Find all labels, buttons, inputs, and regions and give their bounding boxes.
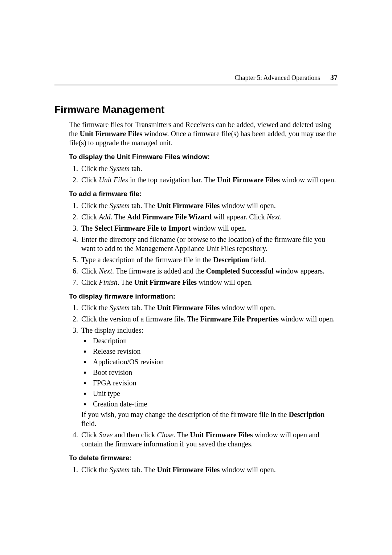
list-item: Click Add. The Add Firmware File Wizard … [80,212,338,222]
bold: Unit Firmware Files [134,278,197,286]
text: . The [117,278,134,286]
subhead-display-info: To display firmware information: [69,292,338,301]
text: window will open. [191,224,246,232]
text: tab. [130,165,142,173]
italic: Close [157,431,173,439]
text: Type a description of the firmware file … [81,256,213,264]
subhead-display-window: To display the Unit Firmware Files windo… [69,153,338,161]
bold: Unit Firmware Files [157,466,220,474]
list-item: Click Save and then click Close. The Uni… [80,430,338,449]
steps-delete: Click the System tab. The Unit Firmware … [69,465,338,474]
text: window will open. [220,304,275,312]
italic: Next [267,213,280,221]
bold: Unit Firmware Files [157,202,220,210]
text: . The [173,431,190,439]
list-item: Type a description of the firmware file … [80,255,338,264]
text: If you wish, you may change the descript… [81,410,289,418]
text: Click [81,278,99,286]
text: field. [81,420,97,428]
text: window will open. [220,466,275,474]
text: The [81,224,94,232]
text: window will open. [280,176,336,184]
italic: Add [99,213,110,221]
page: Chapter 5: Advanced Operations 37 Firmwa… [0,0,392,555]
body: The firmware files for Transmitters and … [69,120,338,474]
section-heading: Firmware Management [54,103,338,116]
text: Enter the directory and filename (or bro… [81,235,325,252]
bold: Firmware File Properties [200,315,279,323]
text: Click [81,213,99,221]
bullet-item: FPGA revision [91,378,338,388]
steps-add-file: Click the System tab. The Unit Firmware … [69,201,338,287]
intro-paragraph: The firmware files for Transmitters and … [69,120,338,147]
steps-display-window: Click the System tab. Click Unit Files i… [69,164,338,185]
bold: Description [213,256,249,264]
header-line: Chapter 5: Advanced Operations 37 [54,73,338,85]
text: Click the [81,202,110,210]
info-bullets: Description Release revision Application… [91,336,338,409]
italic: System [110,202,130,210]
bullet-item: Unit type [91,389,338,398]
text: and then click [113,431,157,439]
steps-display-info: Click the System tab. The Unit Firmware … [69,303,338,449]
italic: System [110,466,130,474]
text: Click the [81,165,110,173]
bold: Add Firmware File Wizard [127,213,212,221]
list-item: Click the System tab. The Unit Firmware … [80,465,338,474]
list-item: Click the System tab. [80,164,338,173]
chapter-title: Chapter 5: Advanced Operations [235,74,320,82]
bold: Unit Firmware Files [79,130,142,138]
subhead-delete: To delete firmware: [69,454,338,462]
bullet-item: Creation date-time [91,400,338,409]
bullet-item: Application/OS revision [91,357,338,366]
content: Firmware Management The firmware files f… [54,103,338,477]
list-item: The Select Firmware File to Import windo… [80,224,338,233]
text: window will open. [220,202,275,210]
bold: Description [289,410,325,418]
text: . The [111,213,127,221]
text: Click the version of a firmware file. Th… [81,315,200,323]
text: window will open. [197,278,253,286]
text: The display includes: [81,326,143,334]
italic: Unit Files [99,176,128,184]
italic: System [110,165,130,173]
bullet-item: Description [91,336,338,345]
text: tab. The [130,202,157,210]
text: window appears. [274,267,325,275]
list-item: Click the version of a firmware file. Th… [80,315,338,324]
text: in the top navigation bar. The [128,176,217,184]
text: Click the [81,466,110,474]
list-item: Click Unit Files in the top navigation b… [80,175,338,185]
italic: Next [99,267,112,275]
list-item: Enter the directory and filename (or bro… [80,235,338,253]
text: Click [81,267,99,275]
text: . The firmware is added and the [112,267,206,275]
text: Click the [81,304,110,312]
text: Click [81,176,99,184]
bold: Completed Successful [206,267,273,275]
italic: Finish [99,278,117,286]
subhead-add-file: To add a firmware file: [69,190,338,198]
list-item: Click Next. The firmware is added and th… [80,267,338,276]
text: field. [249,256,266,264]
text: will appear. Click [212,213,267,221]
text: tab. The [130,304,157,312]
text: tab. The [130,466,157,474]
page-number: 37 [330,73,338,82]
bold: Unit Firmware Files [157,304,220,312]
text: . [280,213,282,221]
bold: Select Firmware File to Import [94,224,191,232]
list-item: Click the System tab. The Unit Firmware … [80,303,338,312]
list-item: The display includes: Description Releas… [80,326,338,428]
after-bullets: If you wish, you may change the descript… [81,410,338,428]
bold: Unit Firmware Files [217,176,280,184]
bold: Unit Firmware Files [190,431,253,439]
bullet-item: Boot revision [91,368,338,377]
text: Click [81,431,99,439]
list-item: Click the System tab. The Unit Firmware … [80,201,338,210]
list-item: Click Finish. The Unit Firmware Files wi… [80,278,338,287]
text: window will open. [279,315,335,323]
bullet-item: Release revision [91,347,338,356]
italic: System [110,304,130,312]
page-header: Chapter 5: Advanced Operations 37 [54,73,338,85]
